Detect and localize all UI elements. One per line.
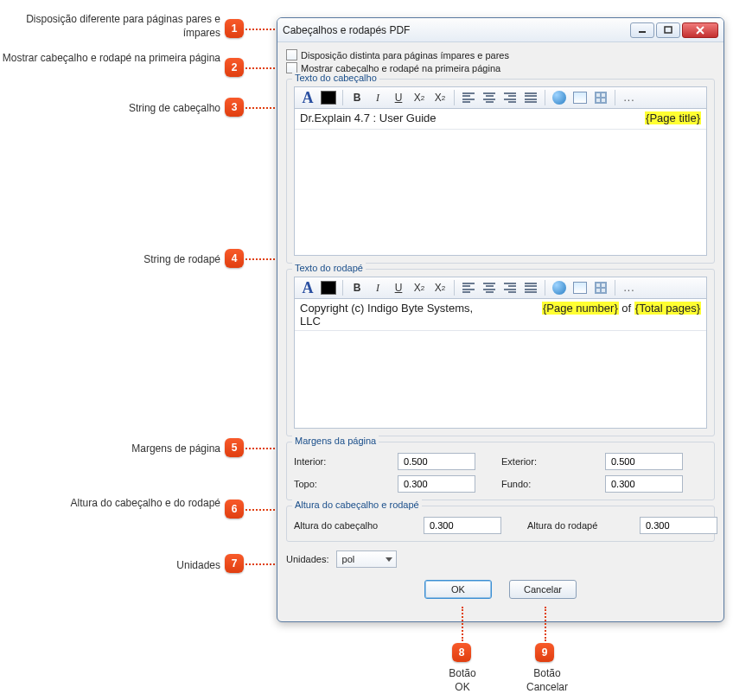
header-right-cell[interactable]: {Page title} (521, 109, 706, 129)
italic-button[interactable]: I (368, 89, 387, 106)
page-title-variable: {Page title} (645, 111, 701, 124)
callout-label-2: Mostrar cabeçalho e rodapé na primeira p… (0, 52, 220, 66)
table-button[interactable] (591, 89, 610, 106)
align-center-button[interactable] (480, 89, 499, 106)
toolbar-sep (615, 280, 615, 296)
titlebar-text: Cabeçalhos e rodapés PDF (283, 24, 628, 36)
callout-badge-2: 2 (225, 58, 244, 77)
toolbar-sep (545, 90, 545, 105)
callout-label-7: Unidades (0, 559, 220, 573)
callout-vline-9 (545, 607, 546, 641)
superscript-button[interactable]: X2 (430, 89, 449, 106)
link-icon (552, 281, 566, 295)
dialog-buttons: OK Cancelar (286, 580, 715, 599)
footer-height-input[interactable] (640, 517, 717, 534)
margins-group: Margens da página Interior: Exterior: To… (286, 442, 715, 500)
header-editor[interactable]: Dr.Explain 4.7 : User Guide {Page title} (294, 109, 707, 256)
margins-group-title: Margens da página (292, 436, 379, 446)
align-center-button[interactable] (480, 279, 499, 296)
link-button[interactable] (550, 89, 569, 106)
toolbar-sep (454, 90, 455, 105)
footer-editor[interactable]: Copyright (c) Indigo Byte Systems, LLC {… (294, 299, 707, 429)
margin-top-input[interactable] (398, 475, 475, 493)
close-button[interactable] (682, 22, 718, 38)
subscript-button[interactable]: X2 (410, 89, 429, 106)
callout-label-8: BotãoOK (441, 667, 484, 694)
bold-button[interactable]: B (347, 89, 366, 106)
margin-bottom-input[interactable] (605, 475, 683, 493)
units-label: Unidades: (286, 554, 329, 564)
svg-rect-1 (665, 27, 672, 33)
chevron-down-icon (386, 557, 392, 562)
titlebar[interactable]: Cabeçalhos e rodapés PDF (277, 18, 723, 42)
footer-of-text: of (619, 302, 634, 315)
image-button[interactable] (570, 89, 590, 106)
margin-exterior-label: Exterior: (501, 456, 588, 467)
color-swatch-icon (321, 91, 336, 105)
margin-interior-input[interactable] (398, 453, 475, 470)
font-button[interactable]: A (298, 279, 317, 296)
font-button[interactable]: A (298, 89, 317, 106)
table-icon (595, 92, 607, 104)
more-button[interactable]: ... (620, 279, 639, 296)
font-color-button[interactable] (319, 89, 338, 106)
table-button[interactable] (591, 279, 610, 296)
align-left-icon (462, 92, 475, 103)
align-right-button[interactable] (500, 89, 519, 106)
header-text-group: Texto do cabeçalho A B I U X2 X2 (286, 79, 715, 264)
italic-button[interactable]: I (368, 279, 387, 296)
link-icon (552, 91, 566, 105)
align-justify-button[interactable] (521, 279, 540, 296)
callout-badge-5: 5 (225, 438, 244, 457)
align-justify-button[interactable] (521, 89, 540, 106)
header-height-input[interactable] (424, 517, 501, 534)
heights-group: Altura do cabeçalho e rodapé Altura do c… (286, 506, 715, 542)
align-right-button[interactable] (500, 279, 519, 296)
units-row: Unidades: pol (286, 550, 715, 568)
underline-button[interactable]: U (389, 89, 408, 106)
units-select-value: pol (342, 554, 355, 564)
footer-group-title: Texto do rodapé (292, 263, 366, 273)
checkbox-odd-even[interactable] (286, 49, 297, 60)
header-height-label: Altura do cabeçalho (294, 520, 406, 531)
callout-badge-6: 6 (225, 500, 244, 519)
callout-vline-8 (462, 607, 463, 641)
bold-button[interactable]: B (347, 279, 366, 296)
margin-exterior-input[interactable] (605, 453, 683, 470)
header-group-title: Texto do cabeçalho (292, 73, 379, 83)
units-select[interactable]: pol (336, 550, 397, 568)
checkbox-row-odd-even[interactable]: Disposição distinta para páginas ímpares… (286, 49, 715, 60)
font-color-button[interactable] (319, 279, 338, 296)
page-number-variable: {Page number} (542, 302, 619, 315)
footer-left-cell[interactable]: Copyright (c) Indigo Byte Systems, LLC (295, 299, 500, 330)
margin-bottom-label: Fundo: (501, 479, 588, 489)
dialog-window: Cabeçalhos e rodapés PDF Disposição dist… (277, 17, 724, 622)
align-center-icon (483, 283, 495, 293)
table-icon (595, 282, 607, 294)
callout-label-9: BotãoCancelar (519, 667, 576, 694)
callout-badge-8: 8 (452, 643, 471, 662)
toolbar-sep (545, 280, 545, 296)
more-button[interactable]: ... (620, 89, 639, 106)
toolbar-sep (615, 90, 615, 105)
link-button[interactable] (550, 279, 569, 296)
callout-badge-3: 3 (225, 98, 244, 117)
toolbar-sep (342, 90, 343, 105)
footer-text-group: Texto do rodapé A B I U X2 X2 (286, 269, 715, 436)
ok-button[interactable]: OK (424, 580, 492, 599)
align-left-button[interactable] (459, 89, 478, 106)
superscript-button[interactable]: X2 (430, 279, 449, 296)
image-button[interactable] (570, 279, 590, 296)
underline-button[interactable]: U (389, 279, 408, 296)
total-pages-variable: {Total pages} (634, 302, 701, 315)
maximize-button[interactable] (656, 22, 680, 38)
callout-badge-9: 9 (535, 643, 554, 662)
subscript-button[interactable]: X2 (410, 279, 429, 296)
align-left-button[interactable] (459, 279, 478, 296)
align-right-icon (504, 92, 516, 103)
header-left-cell[interactable]: Dr.Explain 4.7 : User Guide (295, 109, 521, 129)
cancel-button[interactable]: Cancelar (509, 580, 577, 599)
toolbar-sep (342, 280, 343, 296)
footer-right-cell[interactable]: {Page number} of {Total pages} (500, 299, 706, 330)
minimize-button[interactable] (630, 22, 654, 38)
